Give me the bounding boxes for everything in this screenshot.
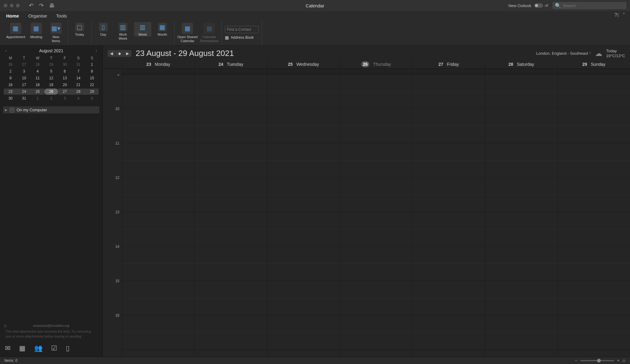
mini-cal-day[interactable]: 26 — [4, 61, 17, 68]
time-slot[interactable] — [267, 315, 340, 333]
time-slot[interactable] — [267, 195, 340, 212]
time-slot[interactable] — [340, 229, 412, 247]
calendar-icon[interactable]: ▦ — [19, 344, 26, 352]
mini-cal-day[interactable]: 30 — [4, 95, 17, 101]
close-window-icon[interactable] — [4, 4, 7, 7]
time-slot[interactable] — [195, 298, 267, 315]
time-slot[interactable] — [485, 160, 557, 178]
zoom-in-icon[interactable]: + — [617, 358, 619, 363]
time-slot[interactable] — [267, 160, 340, 178]
all-day-cell[interactable] — [340, 69, 412, 74]
time-slot[interactable] — [558, 247, 630, 264]
time-slot[interactable] — [558, 92, 630, 109]
time-slot[interactable] — [195, 143, 267, 160]
time-slot[interactable] — [413, 74, 485, 92]
mini-cal-day[interactable]: 15 — [85, 75, 99, 81]
mini-cal-day[interactable]: 5 — [85, 95, 99, 101]
dismiss-alert-icon[interactable]: ⊘ — [4, 323, 7, 329]
mini-cal-day[interactable]: 25 — [31, 89, 44, 95]
zoom-out-icon[interactable]: − — [575, 358, 577, 363]
day-header[interactable]: 23 Monday — [122, 60, 194, 69]
mini-cal-day[interactable]: 4 — [72, 95, 85, 101]
redo-icon[interactable]: ↷ — [39, 2, 44, 9]
time-slot[interactable] — [267, 126, 340, 143]
time-slot[interactable] — [122, 212, 194, 229]
day-header[interactable]: 24 Tuesday — [194, 60, 267, 69]
time-slot[interactable] — [485, 126, 557, 143]
next-month-icon[interactable]: › — [94, 48, 99, 53]
tab-tools[interactable]: Tools — [56, 13, 67, 20]
time-slot[interactable] — [267, 333, 340, 350]
mini-cal-day[interactable]: 28 — [72, 89, 85, 95]
time-slot[interactable] — [485, 333, 557, 350]
all-day-cell[interactable] — [485, 69, 557, 74]
time-slot[interactable] — [485, 109, 557, 126]
mini-cal-day[interactable]: 6 — [58, 68, 72, 74]
mini-cal-day[interactable]: 1 — [85, 61, 99, 68]
time-slot[interactable] — [267, 281, 340, 298]
day-columns[interactable] — [122, 74, 630, 357]
time-slot[interactable] — [267, 212, 340, 229]
print-icon[interactable]: 🖶 — [49, 2, 55, 9]
time-slot[interactable] — [122, 264, 194, 281]
mini-cal-day[interactable]: 19 — [44, 82, 58, 88]
all-day-cell[interactable] — [122, 69, 194, 74]
time-slot[interactable] — [340, 212, 412, 229]
minimize-window-icon[interactable] — [10, 4, 14, 7]
time-slot[interactable] — [558, 178, 630, 195]
mini-calendar-title[interactable]: August 2021 — [39, 48, 63, 53]
time-slot[interactable] — [195, 212, 267, 229]
zoom-window-icon[interactable] — [16, 4, 20, 7]
time-slot[interactable] — [340, 109, 412, 126]
prev-week-icon[interactable]: ◀ — [108, 50, 116, 57]
mini-cal-day[interactable]: 11 — [31, 75, 44, 81]
mini-cal-day[interactable]: 9 — [4, 75, 17, 81]
new-outlook-toggle[interactable] — [534, 3, 543, 8]
time-slot[interactable] — [485, 281, 557, 298]
mini-cal-day[interactable]: 31 — [17, 95, 31, 101]
time-slot[interactable] — [340, 264, 412, 281]
mini-cal-day[interactable]: 18 — [31, 82, 44, 88]
time-slot[interactable] — [413, 281, 485, 298]
time-slot[interactable] — [558, 315, 630, 333]
time-slot[interactable] — [340, 298, 412, 315]
time-slot[interactable] — [267, 74, 340, 92]
time-slot[interactable] — [122, 229, 194, 247]
time-slot[interactable] — [413, 126, 485, 143]
mini-cal-day[interactable]: 5 — [44, 68, 58, 74]
mini-cal-day[interactable]: 17 — [17, 82, 31, 88]
undo-icon[interactable]: ↶ — [29, 2, 34, 9]
time-slot[interactable] — [195, 333, 267, 350]
checkbox-icon[interactable]: ✓ — [10, 108, 14, 112]
month-view-button[interactable]: ▦Month — [154, 22, 171, 37]
time-slot[interactable] — [413, 212, 485, 229]
mini-cal-day[interactable]: 22 — [85, 82, 99, 88]
time-slot[interactable] — [413, 315, 485, 333]
time-slot[interactable] — [122, 160, 194, 178]
open-shared-calendar-button[interactable]: ▦Open Shared Calendar — [177, 22, 197, 43]
mini-cal-day[interactable]: 23 — [4, 89, 17, 95]
mini-cal-day[interactable]: 30 — [58, 61, 72, 68]
appointment-button[interactable]: ▦Appointment — [6, 22, 25, 39]
time-slot[interactable] — [267, 178, 340, 195]
time-slot[interactable] — [413, 178, 485, 195]
time-slot[interactable] — [340, 160, 412, 178]
time-slot[interactable] — [485, 247, 557, 264]
tasks-icon[interactable]: ☑ — [51, 344, 57, 352]
day-column[interactable] — [340, 74, 412, 357]
day-column[interactable] — [267, 74, 340, 357]
address-book-button[interactable]: ▦ Address Book — [225, 35, 254, 40]
time-slot[interactable] — [340, 195, 412, 212]
find-contact-input[interactable]: Find a Contact — [225, 26, 259, 33]
mini-cal-day[interactable]: 7 — [72, 68, 85, 74]
sidebar-item-on-my-computer[interactable]: ▶ ✓ On my Computer — [3, 106, 99, 113]
day-header[interactable]: 29 Sunday — [557, 60, 630, 69]
time-slot[interactable] — [122, 109, 194, 126]
time-slot[interactable] — [558, 143, 630, 160]
time-slot[interactable] — [413, 195, 485, 212]
time-slot[interactable] — [485, 143, 557, 160]
time-slot[interactable] — [340, 315, 412, 333]
time-slot[interactable] — [195, 109, 267, 126]
mini-cal-day[interactable]: 24 — [17, 89, 31, 95]
time-slot[interactable] — [413, 109, 485, 126]
